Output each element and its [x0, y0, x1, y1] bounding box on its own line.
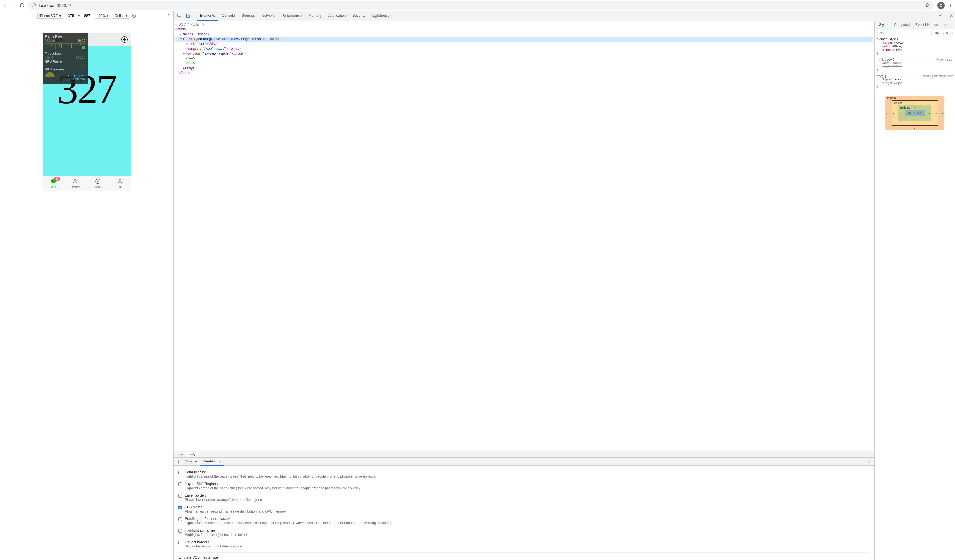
styles-filter-input[interactable]	[875, 31, 932, 34]
render-option-desc: Plots frames per second, frame rate dist…	[185, 509, 286, 513]
device-width-input[interactable]	[66, 14, 76, 18]
svg-marker-27	[97, 180, 99, 182]
url-text: localhost:3333/#/	[39, 3, 71, 8]
svg-point-35	[946, 17, 946, 17]
device-toolbar-menu[interactable]	[167, 14, 171, 18]
rotate-button[interactable]	[132, 14, 136, 18]
tab-wechat[interactable]: 10 微信	[43, 176, 65, 191]
fps-throughput-value: 100 %	[45, 56, 53, 59]
fps-throughput-range: 93-100	[76, 56, 85, 59]
expander-icon[interactable]: ▸	[179, 32, 182, 37]
breadcrumb-body[interactable]: body	[186, 452, 198, 457]
render-option-title: FPS meter	[185, 505, 286, 509]
styles-tabs-overflow[interactable]: »	[942, 21, 950, 29]
drawer-close-button[interactable]	[865, 460, 873, 463]
close-icon[interactable]: ×	[219, 460, 221, 463]
gpu-memory-label: GPU Memory	[45, 68, 85, 71]
inspect-element-button[interactable]	[175, 12, 183, 20]
svg-point-28	[119, 179, 121, 181]
styles-rules[interactable]: element.style { margin: ▸ 0vw; width: 10…	[875, 36, 955, 560]
tab-me[interactable]: 我	[109, 176, 131, 191]
app-big-number: 327	[58, 69, 116, 176]
render-checkbox-0[interactable]	[178, 471, 182, 474]
tab-wechat-badge: 10	[54, 177, 60, 180]
device-emulator-pane: iPhone 6/7/8 ▾ × 100% ▾ Online ▾ Frame R…	[0, 11, 174, 560]
address-bar[interactable]: ⓘ localhost:3333/#/	[28, 1, 934, 10]
devtools-toolbar: Elements Console Sources Network Perform…	[174, 11, 955, 21]
svg-line-6	[133, 14, 136, 17]
devtools-settings-button[interactable]	[938, 14, 942, 18]
tab-contacts[interactable]: 通讯录	[64, 176, 87, 191]
tab-sources[interactable]: Sources	[238, 11, 258, 21]
tab-performance[interactable]: Performance	[278, 11, 305, 21]
render-checkbox-4[interactable]	[178, 517, 182, 521]
rule-element-style[interactable]: element.style { margin: ▸ 0vw; width: 10…	[875, 36, 955, 57]
styles-tab-styles[interactable]: Styles	[876, 21, 891, 29]
drawer-menu-button[interactable]	[175, 460, 182, 463]
tab-console[interactable]: Console	[218, 11, 238, 21]
reload-button[interactable]	[19, 3, 25, 8]
box-model-diagram[interactable]: margin ---- border ---- padding ---- 375…	[875, 91, 955, 136]
dom-tree[interactable]: <!DOCTYPE html> <html> ▸<head>…</head> ⋯…	[174, 21, 874, 451]
tab-elements[interactable]: Elements	[197, 11, 218, 21]
tab-discover[interactable]: 发现	[87, 176, 109, 191]
device-height-input[interactable]	[82, 14, 93, 18]
nav-forward-button[interactable]	[11, 3, 16, 8]
hov-toggle[interactable]: :hov	[932, 29, 941, 36]
tab-security[interactable]: Security	[349, 11, 369, 21]
render-checkbox-1[interactable]	[178, 482, 182, 486]
browser-menu-button[interactable]	[948, 3, 953, 8]
throttle-selector[interactable]: Online ▾	[113, 13, 129, 19]
tab-lighthouse[interactable]: Lighthouse	[369, 11, 393, 21]
elements-panel: <!DOCTYPE html> <html> ▸<head>…</head> ⋯…	[174, 21, 875, 560]
devtools-close-button[interactable]	[950, 14, 953, 18]
site-info-icon[interactable]: ⓘ	[32, 3, 36, 8]
add-rule-button[interactable]: +	[950, 29, 955, 36]
render-option-title: Layer borders	[185, 493, 263, 497]
gpu-raster-label: GPU Raster	[45, 60, 85, 63]
render-checkbox-6[interactable]	[178, 541, 182, 544]
breadcrumb-html[interactable]: html	[175, 452, 186, 457]
styles-tab-eventlisteners[interactable]: Event Listeners	[913, 21, 942, 29]
tab-memory[interactable]: Memory	[305, 11, 325, 21]
bookmark-star-icon[interactable]	[925, 3, 930, 8]
styles-sidebar: Styles Computed Event Listeners » :hov .…	[875, 21, 955, 560]
gpu-gauge-icon	[45, 72, 55, 77]
render-checkbox-3[interactable]	[178, 506, 182, 509]
app-add-button[interactable]: +	[121, 36, 128, 43]
nav-back-button[interactable]	[2, 3, 8, 8]
render-option-desc: Shows layer borders (orange/olive) and t…	[185, 498, 263, 502]
rule-origin-link[interactable]: index.css:1	[937, 58, 953, 61]
svg-point-39	[178, 461, 178, 462]
render-option-title: Highlight ad frames	[185, 529, 249, 532]
cls-toggle[interactable]: .cls	[941, 29, 950, 36]
dom-doctype[interactable]: <!DOCTYPE html>	[175, 22, 204, 27]
styles-tab-computed[interactable]: Computed	[891, 21, 913, 29]
render-option-title: Paint flashing	[185, 470, 376, 474]
zoom-selector[interactable]: 100% ▾	[95, 13, 111, 19]
svg-point-40	[178, 462, 178, 463]
devtools-menu-button[interactable]	[944, 14, 948, 18]
drawer-tab-console[interactable]: Console	[182, 458, 200, 466]
svg-rect-22	[81, 46, 85, 49]
svg-point-7	[168, 14, 169, 15]
browser-toolbar: ⓘ localhost:3333/#/	[0, 0, 955, 11]
tab-application[interactable]: Application	[325, 11, 349, 21]
svg-point-26	[96, 179, 100, 184]
devtools-pane: Elements Console Sources Network Perform…	[174, 11, 955, 560]
device-selector[interactable]: iPhone 6/7/8 ▾	[37, 13, 63, 19]
device-mode-button[interactable]	[184, 12, 192, 20]
render-option-desc: Highlights areas of the page (green) tha…	[185, 474, 376, 479]
rule-ua-body[interactable]: user agent stylesheet body { display: bl…	[875, 74, 955, 91]
contacts-icon	[72, 178, 79, 185]
render-checkbox-5[interactable]	[178, 529, 182, 533]
render-checkbox-2[interactable]	[178, 494, 182, 498]
profile-avatar-button[interactable]	[937, 2, 945, 9]
emulated-app: Frame Rate 54.1 fps20-60 Throughput 100 …	[43, 33, 131, 191]
rule-html-body[interactable]: index.css:1 html, body { width: 100vw; h…	[875, 57, 955, 74]
tab-network[interactable]: Network	[258, 11, 278, 21]
device-dimensions: ×	[66, 14, 92, 18]
render-option-desc: Shows borders around hit-test regions.	[185, 544, 243, 548]
drawer-tab-rendering[interactable]: Rendering ×	[200, 458, 224, 466]
dom-body-selected[interactable]: ⋯▾<body style="margin:0vw;width:100vw;he…	[175, 37, 872, 42]
